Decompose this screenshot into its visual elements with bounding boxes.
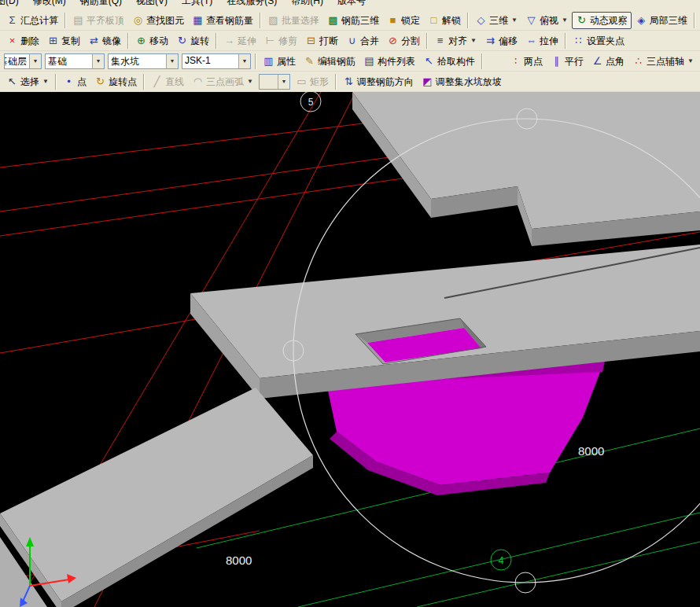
menu-item-tools[interactable]: 工具(T) bbox=[175, 0, 219, 8]
view-rebar-qty-icon: ▦ bbox=[192, 14, 204, 26]
toolbar-separator bbox=[481, 53, 483, 69]
button-label: 对齐 bbox=[448, 35, 467, 46]
category-combo-dropdown-button[interactable]: ▼ bbox=[92, 54, 104, 68]
button-label: 偏移 bbox=[499, 35, 518, 46]
toolbar-separator bbox=[143, 74, 145, 90]
align-dropdown[interactable]: ≡ 对齐 ▼ bbox=[430, 32, 481, 50]
view-rebar-qty-button[interactable]: ▦ 查看钢筋量 bbox=[188, 12, 257, 29]
view-3d-icon: ◇ bbox=[475, 14, 487, 26]
button-label: 三点辅轴 bbox=[647, 56, 684, 67]
offset-button[interactable]: ⇉ 偏移 bbox=[481, 32, 521, 50]
chevron-down-icon: ▼ bbox=[242, 58, 248, 64]
extend-icon: → bbox=[223, 35, 235, 46]
adjust-sump-slope-button[interactable]: ◩ 调整集水坑放坡 bbox=[418, 73, 506, 90]
lock-icon: ■ bbox=[387, 14, 399, 26]
parallel-icon: ∥ bbox=[551, 55, 562, 67]
button-label: 矩形 bbox=[310, 76, 329, 87]
find-element-button[interactable]: ◎ 查找图元 bbox=[128, 12, 188, 29]
component-type-combo-dropdown-button[interactable]: ▼ bbox=[166, 54, 178, 68]
button-label: 平齐板顶 bbox=[87, 15, 124, 26]
component-list-button[interactable]: ▤ 构件列表 bbox=[359, 53, 419, 70]
menu-item-version[interactable]: 版本号 bbox=[330, 0, 373, 8]
stretch-button[interactable]: ⇔ 拉伸 bbox=[521, 32, 562, 50]
set-grips-icon: ∷ bbox=[573, 35, 584, 46]
local-3d-icon: ◈ bbox=[636, 14, 647, 26]
select-dropdown[interactable]: ↖ 选择 ▼ bbox=[2, 73, 53, 90]
arc-mode-combo-dropdown-button[interactable]: ▼ bbox=[278, 75, 289, 89]
properties-button[interactable]: ▥ 属性 bbox=[259, 53, 300, 70]
parallel-button[interactable]: ∥ 平行 bbox=[547, 53, 588, 70]
align-slab-top-button[interactable]: ▤ 平齐板顶 bbox=[68, 12, 128, 29]
mirror-icon: ⇄ bbox=[88, 35, 100, 46]
toolbar-separator bbox=[64, 13, 66, 28]
mirror-button[interactable]: ⇄ 镜像 bbox=[84, 32, 125, 50]
component-type-combo-value: 集水坑 bbox=[109, 54, 166, 68]
two-point-icon: ∶ bbox=[510, 55, 521, 67]
trim-icon: ⊢ bbox=[264, 35, 276, 46]
component-name-combo[interactable]: JSK-1▼ bbox=[182, 53, 251, 69]
component-name-combo-dropdown-button[interactable]: ▼ bbox=[238, 54, 250, 68]
extend-button[interactable]: → 延伸 bbox=[219, 32, 260, 50]
summarize-calc-button[interactable]: Σ 汇总计算 bbox=[2, 12, 62, 29]
lock-button[interactable]: ■ 锁定 bbox=[383, 12, 424, 29]
button-label: 俯视 bbox=[540, 15, 558, 26]
arc-mode-combo[interactable]: ▼ bbox=[259, 74, 290, 90]
delete-button[interactable]: × 删除 bbox=[2, 32, 43, 50]
copy-button[interactable]: ⊞ 复制 bbox=[43, 32, 84, 50]
rotate-point-button[interactable]: ↻ 旋转点 bbox=[90, 73, 141, 90]
edit-rebar-button[interactable]: ✎ 编辑钢筋 bbox=[300, 53, 359, 70]
button-label: 移动 bbox=[149, 35, 168, 46]
button-label: 调整集水坑放坡 bbox=[436, 76, 502, 87]
rebar-3d-button[interactable]: ▩ 钢筋三维 bbox=[323, 12, 383, 29]
set-grips-button[interactable]: ∷ 设置夹点 bbox=[569, 32, 628, 50]
three-point-arc-dropdown[interactable]: ◠ 三点画弧 ▼ bbox=[188, 73, 257, 90]
menu-item-draw[interactable]: 绘图(D) bbox=[0, 0, 26, 8]
edit-rebar-icon: ✎ bbox=[304, 55, 315, 67]
break-button[interactable]: ⊟ 打断 bbox=[301, 32, 342, 50]
button-label: 平行 bbox=[565, 56, 584, 67]
floor-combo[interactable]: 基础层▼ bbox=[4, 53, 42, 69]
menu-item-modify[interactable]: 修改(M) bbox=[26, 0, 73, 8]
point-button[interactable]: • 点 bbox=[59, 73, 90, 90]
toolbar-main: Σ 汇总计算 ▤ 平齐板顶 ◎ 查找图元 ▦ 查看钢筋量 ▧ 批量选择 ▩ bbox=[0, 10, 700, 31]
line-button[interactable]: ╱ 直线 bbox=[147, 73, 188, 90]
adjust-rebar-direction-button[interactable]: ⇅ 调整钢筋方向 bbox=[339, 73, 418, 90]
view-3d-dropdown[interactable]: ◇ 三维 ▼ bbox=[471, 12, 521, 29]
viewport-3d[interactable]: 5 4 8000 8000 bbox=[0, 92, 700, 607]
category-combo[interactable]: 基础▼ bbox=[45, 53, 105, 69]
button-label: 调整钢筋方向 bbox=[357, 76, 414, 87]
trim-button[interactable]: ⊢ 修剪 bbox=[260, 32, 301, 50]
offset-icon: ⇉ bbox=[484, 35, 496, 46]
adjust-sump-slope-icon: ◩ bbox=[422, 75, 433, 87]
merge-button[interactable]: ∪ 合并 bbox=[342, 32, 383, 50]
floor-combo-dropdown-button[interactable]: ▼ bbox=[29, 54, 41, 68]
viewport-canvas[interactable]: 5 4 8000 8000 bbox=[0, 92, 700, 607]
arc-mode-combo-value bbox=[260, 75, 278, 89]
menu-item-view[interactable]: 视图(V) bbox=[129, 0, 175, 8]
toolbar-separator bbox=[255, 53, 256, 69]
two-point-button[interactable]: ∶ 两点 bbox=[506, 53, 547, 70]
button-label: 汇总计算 bbox=[20, 15, 58, 26]
top-view-dropdown[interactable]: ▽ 俯视 ▼ bbox=[521, 12, 572, 29]
rotate-button[interactable]: ↻ 旋转 bbox=[172, 32, 213, 50]
unlock-icon: □ bbox=[428, 14, 440, 26]
point-angle-button[interactable]: ∠ 点角 bbox=[588, 53, 628, 70]
component-type-combo[interactable]: 集水坑▼ bbox=[108, 53, 179, 69]
button-label: 点角 bbox=[606, 56, 624, 67]
three-point-arc-icon: ◠ bbox=[192, 75, 204, 87]
menu-item-rebar-qty[interactable]: 钢筋量(Q) bbox=[73, 0, 129, 8]
pick-component-button[interactable]: ↖ 拾取构件 bbox=[419, 53, 479, 70]
component-name-combo-value: JSK-1 bbox=[182, 54, 238, 68]
rectangle-button[interactable]: ▭ 矩形 bbox=[292, 73, 333, 90]
button-label: 批量选择 bbox=[282, 15, 319, 26]
orbit-button[interactable]: ↻ 动态观察 bbox=[572, 12, 632, 29]
menu-item-help[interactable]: 帮助(H) bbox=[284, 0, 330, 8]
button-label: 直线 bbox=[165, 76, 184, 87]
local-3d-button[interactable]: ◈ 局部三维 bbox=[632, 12, 691, 29]
menu-item-online-service[interactable]: 在线服务(S) bbox=[219, 0, 284, 8]
three-point-aux-axis-dropdown[interactable]: ∴ 三点辅轴 ▼ bbox=[628, 53, 698, 70]
unlock-button[interactable]: □ 解锁 bbox=[424, 12, 465, 29]
split-button[interactable]: ⊘ 分割 bbox=[383, 32, 424, 50]
batch-select-button[interactable]: ▧ 批量选择 bbox=[263, 12, 323, 29]
move-button[interactable]: ⊕ 移动 bbox=[131, 32, 172, 50]
